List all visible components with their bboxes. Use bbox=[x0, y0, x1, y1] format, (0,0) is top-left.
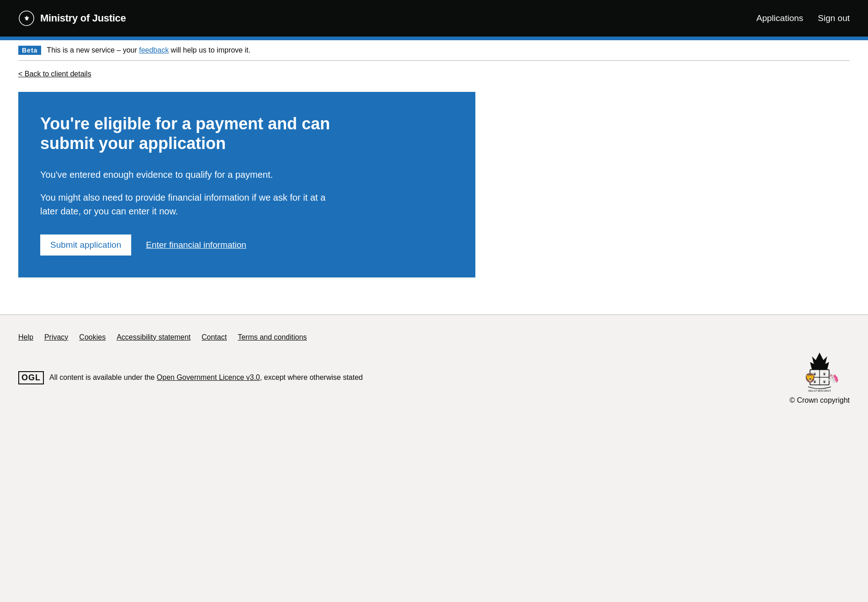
panel-para2: You might also need to provide financial… bbox=[40, 191, 342, 218]
sign-out-link[interactable]: Sign out bbox=[818, 13, 850, 23]
svg-text:🦄: 🦄 bbox=[828, 373, 839, 384]
ogl-licence-link[interactable]: Open Government Licence v3.0 bbox=[157, 373, 260, 381]
crown-copyright-text: © Crown copyright bbox=[789, 396, 850, 405]
enter-financial-information-link[interactable]: Enter financial information bbox=[146, 240, 246, 250]
crown-crest-icon: ♛ ♛ ♛ ♛ 🦁 🦄 DIEU ET MON DROIT bbox=[797, 351, 842, 396]
moj-crest-icon: ⚜ bbox=[18, 10, 35, 27]
footer-bottom: OGL All content is available under the O… bbox=[18, 351, 850, 405]
applications-link[interactable]: Applications bbox=[756, 13, 803, 23]
header-logo-text: Ministry of Justice bbox=[40, 12, 126, 24]
footer-terms-link[interactable]: Terms and conditions bbox=[238, 333, 307, 341]
beta-banner-prefix: This is a new service – your bbox=[47, 46, 139, 54]
panel-actions: Submit application Enter financial infor… bbox=[40, 234, 453, 256]
main-wrapper: Beta This is a new service – your feedba… bbox=[0, 40, 868, 314]
blue-bar bbox=[0, 37, 868, 40]
footer-ogl-text: All content is available under the Open … bbox=[49, 373, 363, 382]
footer-accessibility-link[interactable]: Accessibility statement bbox=[117, 333, 191, 341]
svg-text:⚜: ⚜ bbox=[24, 15, 30, 22]
svg-text:🦁: 🦁 bbox=[804, 373, 816, 384]
svg-text:DIEU ET MON DROIT: DIEU ET MON DROIT bbox=[808, 389, 831, 392]
beta-banner-suffix: will help us to improve it. bbox=[169, 46, 250, 54]
footer-ogl: OGL All content is available under the O… bbox=[18, 371, 363, 384]
footer-cookies-link[interactable]: Cookies bbox=[79, 333, 106, 341]
panel-heading: You're eligible for a payment and can su… bbox=[40, 114, 360, 153]
footer-contact-link[interactable]: Contact bbox=[202, 333, 227, 341]
beta-banner-text: This is a new service – your feedback wi… bbox=[47, 46, 250, 54]
submit-application-button[interactable]: Submit application bbox=[40, 234, 131, 256]
footer-help-link[interactable]: Help bbox=[18, 333, 33, 341]
back-to-client-link[interactable]: Back to client details bbox=[18, 70, 91, 78]
panel-para1: You've entered enough evidence to qualif… bbox=[40, 168, 342, 181]
beta-tag: Beta bbox=[18, 46, 41, 55]
footer-links: Help Privacy Cookies Accessibility state… bbox=[18, 333, 850, 341]
crown-copyright-section: ♛ ♛ ♛ ♛ 🦁 🦄 DIEU ET MON DROIT © Crown co… bbox=[789, 351, 850, 405]
svg-text:♛: ♛ bbox=[823, 372, 826, 376]
site-header: ⚜ Ministry of Justice Applications Sign … bbox=[0, 0, 868, 37]
eligible-panel: You're eligible for a payment and can su… bbox=[18, 92, 475, 277]
feedback-link[interactable]: feedback bbox=[139, 46, 169, 54]
beta-banner: Beta This is a new service – your feedba… bbox=[18, 40, 850, 61]
footer-privacy-link[interactable]: Privacy bbox=[44, 333, 68, 341]
svg-text:♛: ♛ bbox=[823, 379, 826, 384]
header-logo[interactable]: ⚜ Ministry of Justice bbox=[18, 10, 126, 27]
back-link-container: Back to client details bbox=[18, 70, 850, 78]
ogl-logo: OGL bbox=[18, 371, 44, 384]
site-footer: Help Privacy Cookies Accessibility state… bbox=[0, 314, 868, 423]
svg-marker-2 bbox=[810, 352, 829, 370]
header-nav: Applications Sign out bbox=[756, 13, 850, 23]
